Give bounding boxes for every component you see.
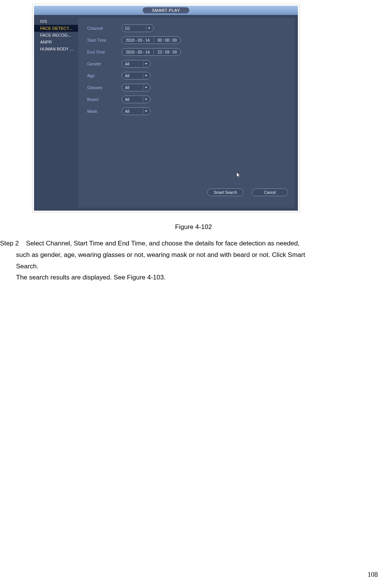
glasses-dropdown[interactable]: All [122,84,151,91]
sidebar-item-label: FACE RECOG... [40,33,71,37]
gender-label: Gender [87,62,122,66]
instruction-text: Step 2 Select Channel, Start Time and En… [0,238,387,283]
start-time-value: 00 : 00 : 00 [154,38,180,42]
end-time-value: 23 : 59 : 59 [154,50,180,54]
sidebar-item-human-body[interactable]: HUMAN BODY ... [34,45,78,52]
figure-caption: Figure 4-102 [0,223,387,231]
smart-play-window: SMART PLAY IVS FACE DETECT... FACE RECOG… [34,6,298,211]
smart-search-button[interactable]: Smart Search [207,188,244,196]
sidebar-item-anpr[interactable]: ANPR [34,39,78,45]
start-time-field[interactable]: 2018 - 03 - 14 00 : 00 : 00 [122,36,181,44]
age-dropdown[interactable]: All [122,72,151,80]
end-date-value: 2018 - 03 - 14 [122,50,153,54]
sidebar-item-face-recog[interactable]: FACE RECOG... [34,32,78,39]
page-number: 108 [367,571,378,579]
cursor-icon [237,172,241,180]
age-label: Age [87,73,122,78]
row-gender: Gender All [87,60,295,68]
glasses-value: All [125,86,141,90]
chevron-down-icon [143,61,149,67]
step-body-1: Select Channel, Start Time and End Time,… [26,240,299,247]
channel-dropdown[interactable]: D1 [122,24,154,32]
step-body-2: such as gender, age, wearing glasses or … [16,251,305,258]
age-value: All [125,74,141,78]
row-glasses: Glasses All [87,84,295,91]
cancel-button[interactable]: Cancel [252,188,288,196]
mask-value: All [125,109,141,114]
window-title: SMART PLAY [143,7,189,13]
chevron-down-icon [143,109,149,114]
beard-dropdown[interactable]: All [122,96,151,103]
row-end-time: End Time 2018 - 03 - 14 23 : 59 : 59 [87,48,295,56]
end-time-label: End Time [87,50,122,54]
mask-dropdown[interactable]: All [122,107,151,115]
result-line: The search results are displayed. See Fi… [16,274,166,281]
sidebar-item-label: ANPR [40,40,52,44]
titlebar: SMART PLAY [34,6,298,15]
search-form: Channel D1 Start Time 2018 - 03 - 14 [78,18,295,115]
channel-value: D1 [125,26,144,31]
start-date-value: 2018 - 03 - 14 [122,38,153,42]
window-body: IVS FACE DETECT... FACE RECOG... ANPR HU… [34,15,298,211]
screenshot-figure: SMART PLAY IVS FACE DETECT... FACE RECOG… [32,4,300,213]
sidebar-item-ivs[interactable]: IVS [34,18,78,25]
sidebar-item-label: FACE DETECT... [40,26,72,31]
chevron-down-icon [143,85,149,90]
chevron-down-icon [143,97,149,102]
start-time-label: Start Time [87,38,122,42]
sidebar-item-face-detect[interactable]: FACE DETECT... [34,25,78,32]
gender-dropdown[interactable]: All [122,60,151,68]
document-page: SMART PLAY IVS FACE DETECT... FACE RECOG… [0,0,387,588]
main-panel: Channel D1 Start Time 2018 - 03 - 14 [78,17,295,208]
gender-value: All [125,62,141,66]
action-buttons: Smart Search Cancel [207,188,288,196]
step-prefix: Step 2 [0,240,19,247]
beard-value: All [125,97,141,102]
glasses-label: Glasses [87,85,122,90]
sidebar-item-label: HUMAN BODY ... [40,47,73,51]
chevron-down-icon [143,73,149,78]
row-channel: Channel D1 [87,24,295,32]
channel-label: Channel [87,26,122,31]
beard-label: Beard [87,97,122,102]
row-start-time: Start Time 2018 - 03 - 14 00 : 00 : 00 [87,36,295,44]
mask-label: Mask [87,109,122,114]
row-mask: Mask All [87,107,295,115]
step-body-3: Search. [16,263,39,270]
sidebar: IVS FACE DETECT... FACE RECOG... ANPR HU… [34,15,78,211]
row-age: Age All [87,72,295,80]
end-time-field[interactable]: 2018 - 03 - 14 23 : 59 : 59 [122,48,181,56]
sidebar-item-label: IVS [40,19,47,24]
chevron-down-icon [146,26,152,31]
row-beard: Beard All [87,96,295,103]
svg-marker-0 [237,172,240,178]
